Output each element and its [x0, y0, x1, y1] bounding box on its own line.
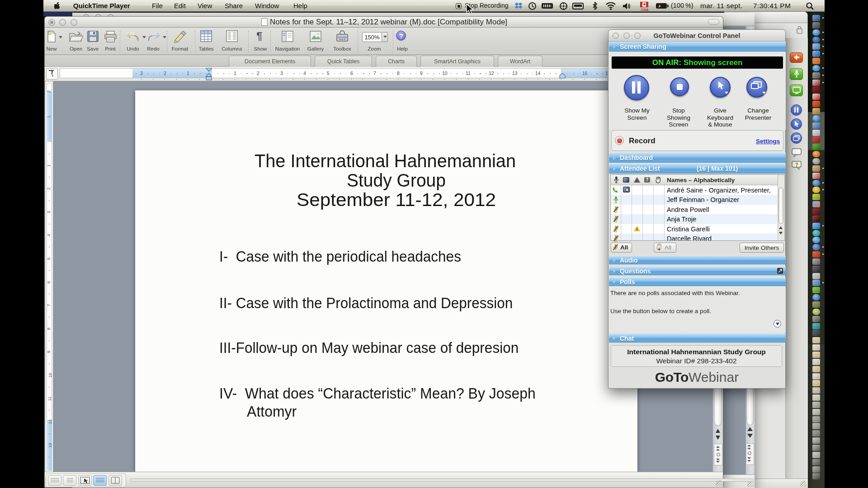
svg-text:?: ? — [795, 162, 798, 167]
